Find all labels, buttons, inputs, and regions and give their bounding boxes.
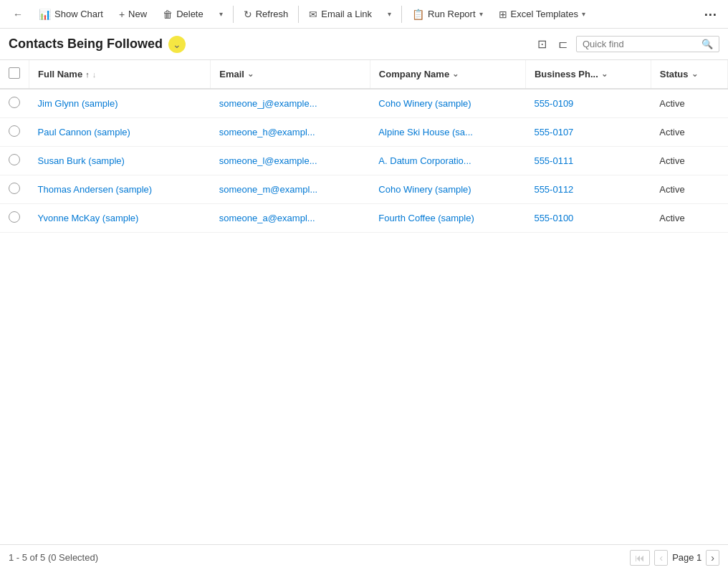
separator-2 <box>298 6 299 23</box>
cell-status: Active <box>651 89 727 118</box>
company-link[interactable]: A. Datum Corporatio... <box>378 155 471 166</box>
table-row: Susan Burk (sample) someone_l@example...… <box>0 147 728 175</box>
email-dropdown-button[interactable]: ▾ <box>380 6 398 21</box>
phone-link[interactable]: 555-0109 <box>534 98 573 109</box>
email-link[interactable]: someone_h@exampl... <box>219 127 315 137</box>
table-container: Full Name ↑ ↓ Email ⌄ Company Name ⌄ <box>0 60 728 233</box>
row-checkbox[interactable] <box>9 183 20 194</box>
chart-icon: 📊 <box>39 9 51 20</box>
full-name-header[interactable]: Full Name ↑ ↓ <box>38 69 201 79</box>
cell-email: someone_m@exampl... <box>211 175 370 204</box>
row-checkbox[interactable] <box>9 97 20 108</box>
cell-company: Coho Winery (sample) <box>370 89 525 118</box>
business-phone-sort-icon: ⌄ <box>601 69 608 79</box>
contacts-table: Full Name ↑ ↓ Email ⌄ Company Name ⌄ <box>0 60 728 233</box>
row-checkbox-cell <box>0 89 29 118</box>
col-business-phone: Business Ph... ⌄ <box>525 60 651 89</box>
business-phone-header[interactable]: Business Ph... ⌄ <box>535 69 642 79</box>
email-dropdown-arrow: ▾ <box>388 10 391 18</box>
email-sort-icon: ⌄ <box>247 69 254 79</box>
cell-company: Coho Winery (sample) <box>370 175 525 204</box>
cell-email: someone_l@example... <box>211 147 370 175</box>
company-link[interactable]: Alpine Ski House (sa... <box>378 127 473 137</box>
separator-1 <box>233 6 234 23</box>
email-link-button[interactable]: ✉ Email a Link <box>302 5 379 24</box>
search-icon: 🔍 <box>701 39 713 49</box>
email-label: Email <box>219 69 244 79</box>
full-name-link[interactable]: Thomas Andersen (sample) <box>38 184 153 195</box>
row-checkbox[interactable] <box>9 154 20 165</box>
cell-full-name: Jim Glynn (sample) <box>29 89 211 118</box>
layout-button[interactable]: ⊡ <box>535 34 550 54</box>
company-link[interactable]: Fourth Coffee (sample) <box>378 213 474 223</box>
cell-company: A. Datum Corporatio... <box>370 147 525 175</box>
quick-find-container: 🔍 <box>576 36 719 52</box>
run-report-button[interactable]: 📋 Run Report ▾ <box>405 5 489 24</box>
delete-dropdown-arrow: ▾ <box>219 10 223 18</box>
new-button[interactable]: + New <box>112 5 154 24</box>
refresh-icon: ↻ <box>244 9 252 20</box>
status-header[interactable]: Status ⌄ <box>660 69 719 79</box>
refresh-label: Refresh <box>256 9 289 19</box>
full-name-link[interactable]: Yvonne McKay (sample) <box>38 213 139 223</box>
phone-link[interactable]: 555-0107 <box>534 127 573 137</box>
delete-icon: 🗑 <box>163 9 173 20</box>
email-link[interactable]: someone_j@example... <box>219 98 317 109</box>
col-full-name: Full Name ↑ ↓ <box>29 60 211 89</box>
row-checkbox[interactable] <box>9 125 20 137</box>
full-name-link[interactable]: Susan Burk (sample) <box>38 155 125 166</box>
table-row: Thomas Andersen (sample) someone_m@examp… <box>0 175 728 204</box>
delete-dropdown-button[interactable]: ▾ <box>212 6 230 21</box>
excel-dropdown-arrow: ▾ <box>582 10 585 18</box>
col-email: Email ⌄ <box>211 60 370 89</box>
more-button[interactable]: ⋯ <box>698 3 722 26</box>
email-icon: ✉ <box>309 9 317 20</box>
cell-status: Active <box>651 175 727 204</box>
show-chart-button[interactable]: 📊 Show Chart <box>32 5 110 24</box>
business-phone-label: Business Ph... <box>535 69 598 79</box>
delete-label: Delete <box>176 9 203 19</box>
cell-business-phone: 555-0112 <box>525 175 651 204</box>
cell-email: someone_a@exampl... <box>211 204 370 233</box>
full-name-link[interactable]: Jim Glynn (sample) <box>38 98 118 109</box>
toolbar: ← 📊 Show Chart + New 🗑 Delete ▾ ↻ Refres… <box>0 0 728 29</box>
phone-link[interactable]: 555-0112 <box>534 184 573 195</box>
cell-status: Active <box>651 147 727 175</box>
status-label: Status <box>660 69 689 79</box>
phone-link[interactable]: 555-0111 <box>534 155 573 166</box>
table-row: Yvonne McKay (sample) someone_a@exampl..… <box>0 204 728 233</box>
company-link[interactable]: Coho Winery (sample) <box>378 98 471 109</box>
full-name-link[interactable]: Paul Cannon (sample) <box>38 127 130 137</box>
filter-button[interactable]: ⊏ <box>555 34 570 54</box>
select-all-checkbox[interactable] <box>9 67 20 79</box>
table-row: Paul Cannon (sample) someone_h@exampl...… <box>0 118 728 147</box>
excel-templates-button[interactable]: ⊞ Excel Templates ▾ <box>492 5 593 24</box>
company-link[interactable]: Coho Winery (sample) <box>378 184 471 195</box>
back-button[interactable]: ← <box>6 5 30 24</box>
email-header[interactable]: Email ⌄ <box>219 69 361 79</box>
view-title-chevron[interactable]: ⌄ <box>168 36 186 53</box>
plus-icon: + <box>119 9 125 20</box>
cell-full-name: Susan Burk (sample) <box>29 147 211 175</box>
cell-business-phone: 555-0109 <box>525 89 651 118</box>
row-checkbox-cell <box>0 118 29 147</box>
row-checkbox[interactable] <box>9 211 20 223</box>
col-status: Status ⌄ <box>651 60 727 89</box>
cell-email: someone_j@example... <box>211 89 370 118</box>
back-icon: ← <box>13 9 23 20</box>
email-link[interactable]: someone_l@example... <box>219 155 317 166</box>
delete-button[interactable]: 🗑 Delete <box>155 5 211 24</box>
row-checkbox-cell <box>0 175 29 204</box>
email-link[interactable]: someone_a@exampl... <box>219 213 315 223</box>
phone-link[interactable]: 555-0100 <box>534 213 573 223</box>
refresh-button[interactable]: ↻ Refresh <box>236 5 296 24</box>
cell-full-name: Thomas Andersen (sample) <box>29 175 211 204</box>
select-all-col <box>0 60 29 89</box>
run-report-icon: 📋 <box>412 9 424 20</box>
full-name-label: Full Name <box>38 69 82 79</box>
quick-find-input[interactable] <box>583 39 701 49</box>
new-label: New <box>128 9 147 19</box>
company-header[interactable]: Company Name ⌄ <box>379 69 517 79</box>
more-icon: ⋯ <box>704 6 717 22</box>
email-link[interactable]: someone_m@exampl... <box>219 184 317 195</box>
